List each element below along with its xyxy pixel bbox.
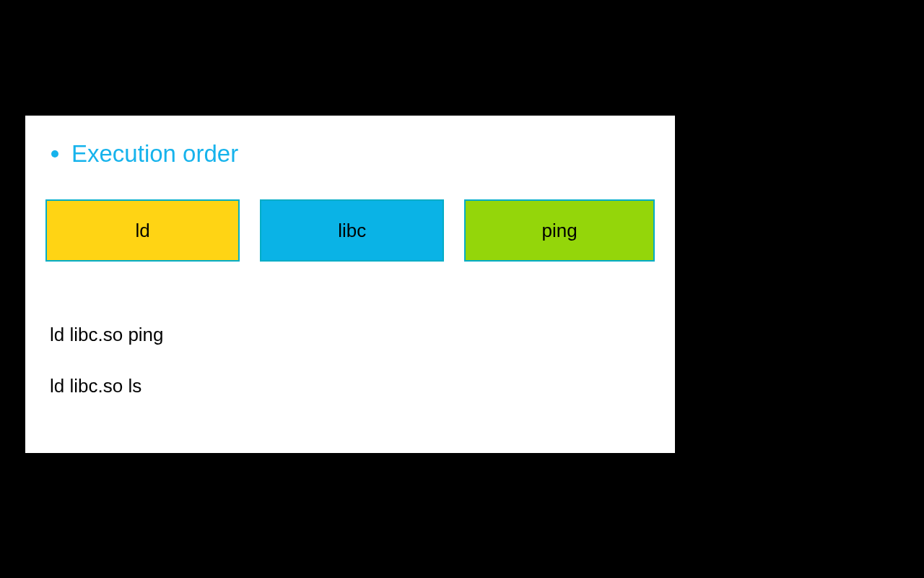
slide: Execution order ld libc ping ld libc.so … <box>25 116 675 453</box>
boxes-row: ld libc ping <box>45 199 655 262</box>
box-libc: libc <box>260 199 444 262</box>
box-ping: ping <box>464 199 655 262</box>
slide-heading: Execution order <box>71 140 238 168</box>
command-line-2: ld libc.so ls <box>50 375 655 397</box>
bullet-icon <box>51 150 58 158</box>
command-line-1: ld libc.so ping <box>50 324 655 346</box>
box-ld: ld <box>45 199 240 262</box>
heading-row: Execution order <box>45 140 655 168</box>
